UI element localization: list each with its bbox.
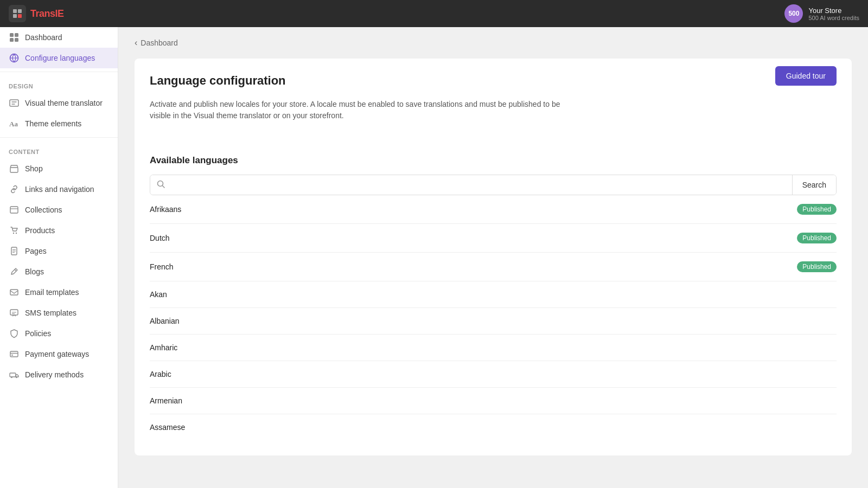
sidebar-item-visual-theme-translator[interactable]: Visual theme translator (0, 93, 118, 113)
sidebar-item-products[interactable]: Products (0, 220, 118, 241)
links-navigation-icon (9, 184, 20, 195)
sidebar-item-dashboard[interactable]: Dashboard (0, 27, 118, 48)
sidebar-item-email-templates[interactable]: Email templates (0, 282, 118, 303)
svg-rect-0 (13, 9, 17, 13)
language-name: Amharic (150, 343, 177, 352)
search-icon (157, 180, 165, 190)
svg-rect-20 (10, 373, 16, 377)
language-name: Afrikaans (150, 205, 181, 214)
svg-rect-5 (15, 33, 18, 37)
sidebar-item-collections[interactable]: Collections (0, 200, 118, 220)
logo-text: TranslE (30, 8, 64, 20)
language-name: Akan (150, 290, 167, 299)
sidebar-label-dashboard: Dashboard (25, 33, 62, 42)
svg-rect-16 (10, 290, 18, 295)
logo: TranslE (9, 5, 64, 22)
sidebar-item-blogs[interactable]: Blogs (0, 261, 118, 282)
sidebar-item-payment-gateways[interactable]: Payment gateways (0, 344, 118, 364)
language-row[interactable]: AfrikaansPublished (150, 195, 837, 224)
language-row[interactable]: Armenian (150, 388, 837, 414)
svg-rect-19 (11, 355, 13, 356)
page-title: Language configuration (150, 74, 837, 88)
svg-point-21 (11, 377, 12, 378)
products-icon (9, 225, 20, 236)
language-list: AfrikaansPublishedDutchPublishedFrenchPu… (150, 195, 837, 440)
sidebar-item-sms-templates[interactable]: SMS templates (0, 303, 118, 323)
sidebar-divider-1 (0, 72, 118, 72)
shop-icon (9, 163, 20, 174)
store-name: Your Store (808, 7, 841, 15)
svg-rect-12 (10, 207, 18, 213)
sidebar-item-delivery-methods[interactable]: Delivery methods (0, 364, 118, 385)
language-name: Armenian (150, 396, 182, 405)
search-bar: Search (150, 175, 837, 195)
sidebar-label-configure-languages: Configure languages (25, 54, 95, 62)
collections-icon (9, 204, 20, 215)
sidebar: Dashboard Configure languages DESIGN Vis… (0, 27, 118, 488)
svg-text:Aa: Aa (9, 120, 18, 128)
language-name: Arabic (150, 370, 171, 378)
blogs-icon (9, 266, 20, 277)
store-credits: 500 AI word credits (808, 15, 859, 21)
sidebar-item-pages[interactable]: Pages (0, 241, 118, 261)
svg-rect-1 (18, 9, 22, 13)
language-row[interactable]: FrenchPublished (150, 253, 837, 281)
store-avatar: 500 (784, 4, 803, 23)
breadcrumb-back-icon: ‹ (135, 38, 137, 48)
svg-rect-3 (18, 14, 22, 18)
sidebar-label-products: Products (25, 226, 55, 235)
delivery-methods-icon (9, 369, 20, 380)
main-content: ‹ Dashboard Language configuration Guide… (118, 27, 868, 488)
language-row[interactable]: Assamese (150, 414, 837, 440)
language-name: Dutch (150, 234, 170, 242)
svg-rect-7 (15, 38, 18, 42)
sidebar-label-blogs: Blogs (25, 267, 44, 276)
language-name: French (150, 262, 174, 271)
sidebar-section-design: DESIGN (0, 75, 118, 93)
breadcrumb-back-link[interactable]: Dashboard (141, 38, 178, 47)
svg-rect-11 (10, 168, 18, 172)
policies-icon (9, 328, 20, 339)
sidebar-item-links-and-navigation[interactable]: Links and navigation (0, 179, 118, 200)
language-row[interactable]: Arabic (150, 361, 837, 388)
language-name: Assamese (150, 423, 185, 432)
status-badge: Published (797, 261, 837, 272)
sidebar-label-policies: Policies (25, 329, 51, 338)
sidebar-section-content: CONTENT (0, 141, 118, 158)
svg-point-13 (13, 233, 14, 234)
search-button[interactable]: Search (792, 175, 836, 195)
sidebar-item-configure-languages[interactable]: Configure languages (0, 48, 118, 68)
status-badge: Published (797, 204, 837, 215)
topbar-right: 500 Your Store 500 AI word credits (784, 4, 859, 23)
sidebar-label-payment-gateways: Payment gateways (25, 350, 89, 358)
search-input[interactable] (170, 175, 786, 195)
sidebar-label-email-templates: Email templates (25, 288, 79, 297)
svg-rect-18 (10, 351, 18, 357)
language-row[interactable]: Akan (150, 281, 837, 308)
sidebar-label-visual-theme-translator: Visual theme translator (25, 99, 103, 107)
search-input-wrap (150, 175, 792, 195)
sidebar-label-pages: Pages (25, 247, 47, 255)
logo-icon (9, 5, 26, 22)
svg-point-14 (16, 233, 17, 234)
language-row[interactable]: Amharic (150, 335, 837, 361)
sidebar-item-shop[interactable]: Shop (0, 158, 118, 179)
available-languages-title: Available languages (150, 155, 837, 166)
sms-templates-icon (9, 307, 20, 318)
sidebar-label-sms-templates: SMS templates (25, 309, 76, 317)
svg-point-22 (16, 377, 17, 378)
guided-tour-button[interactable]: Guided tour (775, 66, 837, 86)
sidebar-label-shop: Shop (25, 164, 43, 173)
pages-icon (9, 246, 20, 256)
sidebar-label-collections: Collections (25, 206, 62, 214)
configure-languages-icon (9, 53, 20, 63)
sidebar-label-theme-elements: Theme elements (25, 119, 81, 128)
sidebar-item-policies[interactable]: Policies (0, 323, 118, 344)
sidebar-item-theme-elements[interactable]: Aa Theme elements (0, 113, 118, 134)
sidebar-divider-2 (0, 137, 118, 138)
sidebar-label-delivery-methods: Delivery methods (25, 370, 84, 379)
payment-gateways-icon (9, 349, 20, 359)
language-row[interactable]: DutchPublished (150, 224, 837, 253)
language-row[interactable]: Albanian (150, 308, 837, 335)
theme-elements-icon: Aa (9, 118, 20, 129)
